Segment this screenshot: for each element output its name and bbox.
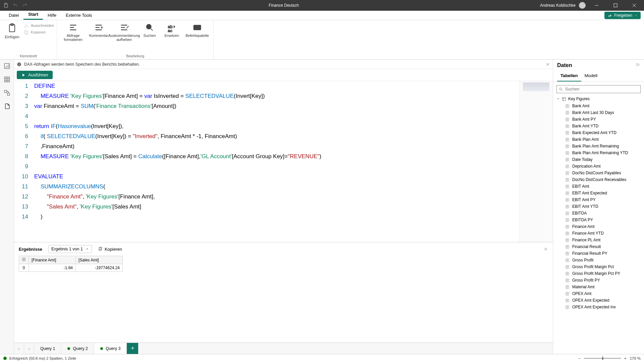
tree-field[interactable]: Financial Result PY [553,250,644,257]
tree-field[interactable]: EBIT Amt Expected [553,190,644,196]
comment-label: Kommentar [89,34,108,38]
query-tab-next[interactable]: › [24,343,34,354]
tree-field[interactable]: EBIT Amt PY [553,196,644,203]
query-tab[interactable]: Query 3 [94,343,127,354]
find-label: Suchen [143,34,156,38]
query-tab-bar: ‹ › Query 1Query 2Query 3 + [14,343,553,354]
svg-rect-20 [99,248,101,250]
code-editor[interactable]: 1DEFINE2 MEASURE 'Key Figures'[Finance A… [14,81,553,242]
nav-dax-view[interactable] [3,102,11,111]
zoom-out[interactable]: − [578,356,581,360]
results-panel: Ergebnisse Ergebnis 1 von 1 Kopieren [Fi… [14,242,553,343]
tree-field[interactable]: Gross Profit Margin Pct [553,263,644,270]
menu-tab-hilfe[interactable]: Hilfe [43,11,61,20]
title-bar: Finance Deutsch Andreas Koblischke [0,0,644,11]
window-maximize-button[interactable] [608,0,623,11]
tree-field[interactable]: Finance PL Amt [553,237,644,243]
results-grid[interactable]: [Finance Amt][Sales Amt]0-1.84-19774624.… [19,256,123,272]
replace-button[interactable]: abac Ersetzen [162,21,182,38]
find-button[interactable]: Suchen [140,21,160,38]
tree-field[interactable]: Gross Profit PY [553,277,644,284]
command-palette-button[interactable]: abl Befehlspalette [184,21,211,38]
redo-icon[interactable] [22,3,28,8]
data-search-input[interactable] [565,87,638,92]
svg-point-23 [559,88,562,90]
tree-field[interactable]: Gross Profit Margin Pct PY [553,270,644,277]
ribbon-group-clipboard-label: Klemmbrett [3,54,54,59]
query-tab[interactable]: Query 1 [34,343,61,354]
tree-field[interactable]: Finance Amt YTD [553,230,644,237]
tree-field[interactable]: Gross Profit [553,257,644,263]
tree-field[interactable]: Finance Amt [553,223,644,230]
tree-field[interactable]: Bank Amt PY [553,116,644,123]
run-button[interactable]: Ausführen [17,71,53,79]
menu-tab-datei[interactable]: Datei [4,11,23,20]
results-selector[interactable]: Ergebnis 1 von 1 [48,245,92,253]
svg-rect-21 [100,247,102,250]
paste-label: Einfügen [5,35,19,39]
nav-rail [0,60,14,354]
share-button[interactable]: Freigeben [604,12,641,19]
undo-icon[interactable] [13,3,18,8]
menu-tab-externe-tools[interactable]: Externe Tools [61,11,97,20]
uncomment-button[interactable]: Auskommentierung aufheben [111,21,138,42]
tree-table-header[interactable]: Key Figures [553,95,644,103]
minimap[interactable] [519,81,553,242]
format-query-button[interactable]: Abfrage formatieren [60,21,87,42]
tree-field[interactable]: EBIT Amt [553,183,644,190]
tree-field[interactable]: Bank Amt [553,103,644,109]
editor-toolbar: Ausführen [14,69,553,81]
comment-button[interactable]: Kommentar [89,21,109,38]
tree-field[interactable]: Bank Plan Amt Remaining YTD [553,149,644,156]
paste-button[interactable]: Einfügen [3,21,21,39]
svg-rect-1 [614,4,617,7]
tree-field[interactable]: Bank Amt YTD [553,123,644,129]
search-icon [559,87,563,92]
tree-field[interactable]: Financial Result [553,243,644,250]
tree-field[interactable]: OPEX Amt Expected [553,297,644,304]
data-search[interactable] [556,85,641,93]
query-tab[interactable]: Query 2 [61,343,94,354]
menu-tab-start[interactable]: Start [23,10,43,20]
tree-field[interactable]: Bank Amt Last 30 Days [553,109,644,116]
tree-field[interactable]: OPEX Amt [553,290,644,297]
field-tree[interactable]: Key Figures Bank Amt Bank Amt Last 30 Da… [553,95,644,354]
svg-point-19 [19,63,19,64]
tree-field[interactable]: Deprication Amt [553,163,644,170]
tree-field[interactable]: EBITDA PY [553,217,644,223]
results-collapse-button[interactable] [543,246,548,252]
save-icon[interactable] [3,3,9,8]
query-tab-add[interactable]: + [127,343,138,354]
tree-field[interactable]: OPEX Amt Expected Inv [553,304,644,310]
svg-rect-24 [562,97,566,101]
tree-field[interactable]: DocNo DistCount Payables [553,170,644,176]
tree-field[interactable]: DocNo DistCount Receivables [553,176,644,183]
tree-field[interactable]: Bank Plan Amt Remaining [553,143,644,149]
window-minimize-button[interactable] [589,0,604,11]
tree-field[interactable]: EBIT Amt YTD [553,203,644,210]
avatar[interactable] [579,2,586,9]
svg-rect-7 [25,31,28,34]
tree-field[interactable]: Bank Plan Amt [553,136,644,143]
tree-field[interactable]: Material Amt [553,284,644,290]
nav-model-view[interactable] [3,88,11,97]
info-icon [17,62,21,67]
data-tab-tables[interactable]: Tabellen [557,70,581,81]
zoom-in[interactable]: + [624,356,627,360]
nav-data-view[interactable] [3,75,11,84]
data-pane-expand[interactable] [635,62,640,68]
info-text: DAX-Abfragen werden beim Speichern des B… [24,62,140,67]
zoom-slider[interactable] [584,358,621,359]
nav-report-view[interactable] [3,62,11,70]
results-copy-button[interactable]: Kopieren [98,247,122,252]
results-copy-label: Kopieren [105,247,122,252]
window-close-button[interactable] [627,0,642,11]
tree-field[interactable]: EBITDA [553,210,644,217]
data-pane: Daten Tabellen Modell Key Figures Bank A… [553,60,644,354]
query-tab-prev[interactable]: ‹ [14,343,24,354]
info-close-icon[interactable] [545,62,550,67]
data-tab-model[interactable]: Modell [581,70,601,81]
tree-field[interactable]: Bank Expected Amt YTD [553,129,644,136]
tree-field[interactable]: Date Today [553,156,644,163]
copy-button: Kopieren [23,29,54,35]
